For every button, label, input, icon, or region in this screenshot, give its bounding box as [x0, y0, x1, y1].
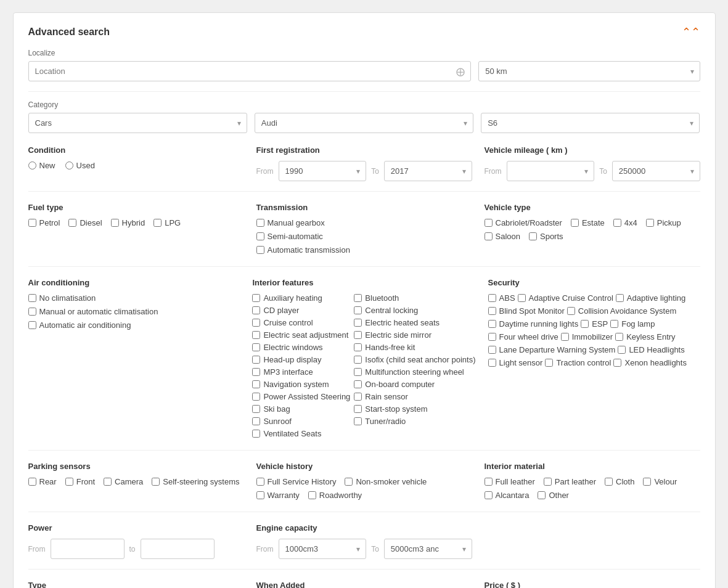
interior-material-section: Interior material Full leather Part leat…	[485, 459, 700, 502]
if-elec-side-mirror-checkbox[interactable]	[354, 331, 362, 339]
if-onboard-computer-checkbox[interactable]	[354, 380, 362, 388]
if-central-locking-checkbox[interactable]	[354, 306, 362, 314]
trans-manual-checkbox[interactable]	[256, 219, 264, 227]
category-make-select[interactable]: Audi BMW Mercedes	[255, 113, 473, 133]
sec-cas-checkbox[interactable]	[567, 307, 575, 315]
power-from-input[interactable]	[51, 539, 125, 559]
fuel-petrol-checkbox[interactable]	[28, 219, 36, 227]
if-aux-heating-checkbox[interactable]	[252, 294, 260, 302]
vtype-pickup-checkbox[interactable]	[646, 219, 654, 227]
ac-interior-security-row: Air conditioning No climatisation Manual…	[28, 276, 700, 440]
sec-traction-checkbox[interactable]	[545, 359, 553, 367]
vtype-cabriolet-checkbox[interactable]	[485, 219, 493, 227]
sec-immobilizer-checkbox[interactable]	[561, 333, 569, 341]
engine-to-select[interactable]: 5000cm3 anc 3000cm3 4000cm3	[384, 539, 472, 559]
sec-adaptive-lighting-checkbox[interactable]	[616, 294, 624, 302]
ac-no-checkbox[interactable]	[28, 294, 36, 302]
fuel-diesel-label: Diesel	[80, 218, 102, 227]
if-ski-bag-checkbox[interactable]	[252, 405, 260, 413]
if-cd-player-checkbox[interactable]	[252, 306, 260, 314]
im-velour-checkbox[interactable]	[643, 478, 651, 486]
if-navigation-checkbox[interactable]	[252, 380, 260, 388]
vh-full-service-checkbox[interactable]	[256, 478, 264, 486]
sec-immobilizer-label: Immobilizer	[572, 332, 613, 341]
location-crosshair-icon: ⨁	[456, 67, 465, 76]
sec-keyless-checkbox[interactable]	[615, 333, 623, 341]
distance-wrapper: 50 km 10 km 25 km 100 km 200 km	[478, 61, 700, 81]
im-full-leather-checkbox[interactable]	[485, 478, 493, 486]
engine-from-wrapper: 1000cm3 2000cm3 3000cm3	[279, 539, 367, 559]
vh-roadworthy-checkbox[interactable]	[308, 491, 316, 499]
sec-light-sensor-checkbox[interactable]	[488, 359, 496, 367]
if-sunroof: Sunroof	[252, 417, 350, 426]
vtype-sports-checkbox[interactable]	[529, 232, 537, 240]
if-cd-player-label: CD player	[263, 306, 299, 315]
im-cloth-checkbox[interactable]	[605, 478, 613, 486]
if-sunroof-checkbox[interactable]	[252, 417, 260, 425]
sec-fog-lamp-checkbox[interactable]	[610, 320, 618, 328]
mileage-to-select[interactable]: 250000100000150000	[612, 161, 700, 181]
sec-lane-departure-checkbox[interactable]	[488, 346, 496, 354]
vtype-saloon-checkbox[interactable]	[485, 232, 493, 240]
if-isofix-checkbox[interactable]	[354, 356, 362, 364]
sec-abs: ABS	[488, 293, 515, 303]
im-part-leather-checkbox[interactable]	[544, 478, 552, 486]
if-bluetooth-checkbox[interactable]	[354, 294, 362, 302]
category-model-select[interactable]: S6 A4 A6	[481, 113, 700, 133]
ps-camera-checkbox[interactable]	[104, 478, 112, 486]
if-multifunction-checkbox[interactable]	[354, 368, 362, 376]
ps-self-steering-checkbox[interactable]	[152, 478, 160, 486]
ac-manual-checkbox[interactable]	[28, 308, 36, 316]
sec-blind-spot-checkbox[interactable]	[488, 307, 496, 315]
if-cruise-checkbox[interactable]	[252, 319, 260, 327]
sec-daytime-checkbox[interactable]	[488, 320, 496, 328]
fuel-hybrid-checkbox[interactable]	[111, 219, 119, 227]
category-type-select[interactable]: Cars Motorcycles Trucks	[28, 113, 247, 133]
vtype-estate-checkbox[interactable]	[571, 219, 579, 227]
collapse-icon[interactable]: ⌃⌃	[682, 25, 700, 39]
if-tuner-radio-checkbox[interactable]	[354, 417, 362, 425]
im-alcantara-checkbox[interactable]	[485, 491, 493, 499]
vtype-sports-label: Sports	[540, 232, 563, 241]
vtype-4x4-checkbox[interactable]	[613, 219, 621, 227]
if-elec-heated-seats-checkbox[interactable]	[354, 319, 362, 327]
first-reg-to-select[interactable]: 2017201820192020	[384, 161, 472, 181]
ac-auto-checkbox[interactable]	[28, 321, 36, 329]
if-ventilated-seats-checkbox[interactable]	[252, 430, 260, 438]
trans-semi-checkbox[interactable]	[256, 232, 264, 240]
if-pas-checkbox[interactable]	[252, 393, 260, 401]
im-other-checkbox[interactable]	[538, 491, 546, 499]
vh-warranty-checkbox[interactable]	[256, 491, 264, 499]
condition-used-radio[interactable]	[65, 161, 73, 169]
condition-new-radio[interactable]	[28, 161, 36, 169]
sec-four-wheel-checkbox[interactable]	[488, 333, 496, 341]
sec-esp-checkbox[interactable]	[581, 320, 589, 328]
sec-immobilizer: Immobilizer	[561, 332, 613, 341]
if-elec-seat-adj-checkbox[interactable]	[252, 331, 260, 339]
if-hands-free-checkbox[interactable]	[354, 343, 362, 351]
vtype-pickup: Pickup	[646, 218, 681, 227]
if-elec-windows-checkbox[interactable]	[252, 343, 260, 351]
location-input[interactable]	[28, 61, 472, 81]
sec-xenon-checkbox[interactable]	[613, 359, 621, 367]
power-to-input[interactable]	[141, 539, 215, 559]
if-mp3-checkbox[interactable]	[252, 368, 260, 376]
vh-non-smoker-checkbox[interactable]	[345, 478, 353, 486]
first-reg-from-select[interactable]: 199019952000	[279, 161, 367, 181]
if-rain-sensor-checkbox[interactable]	[354, 393, 362, 401]
if-start-stop-checkbox[interactable]	[354, 405, 362, 413]
ps-rear-checkbox[interactable]	[28, 478, 36, 486]
if-elec-windows: Electric windows	[252, 343, 350, 352]
trans-auto-checkbox[interactable]	[256, 246, 264, 254]
sec-led-checkbox[interactable]	[618, 346, 626, 354]
engine-from-select[interactable]: 1000cm3 2000cm3 3000cm3	[279, 539, 367, 559]
if-head-up-checkbox[interactable]	[252, 356, 260, 364]
sec-abs-checkbox[interactable]	[488, 294, 496, 302]
fuel-lpg-checkbox[interactable]	[153, 219, 162, 227]
distance-select[interactable]: 50 km 10 km 25 km 100 km 200 km	[478, 61, 700, 81]
fuel-diesel-checkbox[interactable]	[68, 219, 76, 227]
sec-acc-checkbox[interactable]	[518, 294, 526, 302]
mileage-from-select[interactable]	[507, 161, 595, 181]
ps-front-checkbox[interactable]	[65, 478, 73, 486]
sec-adaptive-lighting-label: Adaptive lighting	[627, 293, 685, 303]
